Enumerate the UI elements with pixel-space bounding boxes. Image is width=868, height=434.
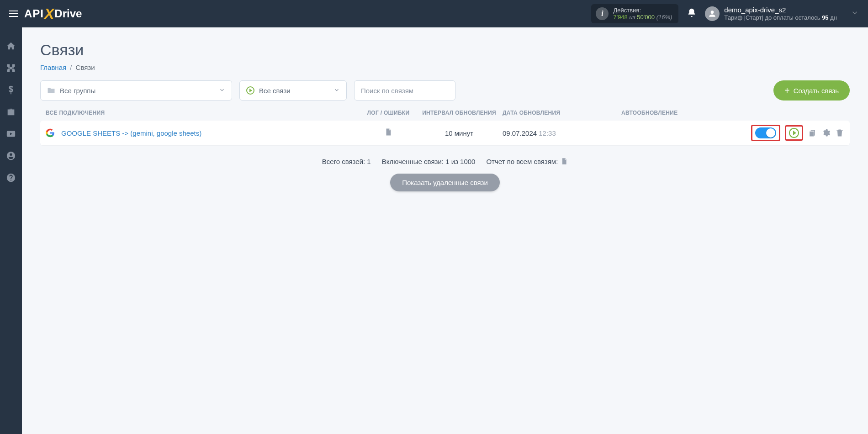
folder-icon bbox=[47, 87, 55, 94]
plus-icon: + bbox=[784, 85, 790, 96]
search-input[interactable] bbox=[361, 87, 449, 95]
user-name: demo_apix-drive_s2 bbox=[724, 5, 837, 15]
table-header: ВСЕ ПОДКЛЮЧЕНИЯ ЛОГ / ОШИБКИ ИНТЕРВАЛ ОБ… bbox=[40, 110, 850, 121]
create-connection-button[interactable]: + Создать связь bbox=[773, 80, 850, 101]
highlight-toggle bbox=[751, 125, 780, 141]
groups-select[interactable]: Все группы bbox=[40, 80, 232, 101]
page-title: Связи bbox=[40, 41, 850, 59]
create-button-label: Создать связь bbox=[794, 87, 839, 95]
log-document-icon[interactable] bbox=[384, 127, 392, 137]
avatar-icon bbox=[705, 6, 720, 21]
user-tariff: Тариф |Старт| до оплаты осталось 95 дн bbox=[724, 14, 837, 22]
chevron-down-icon[interactable] bbox=[851, 9, 859, 19]
top-header: API X Drive i Действия: 7'948 из 50'000 … bbox=[0, 0, 868, 27]
col-date-header: ДАТА ОБНОВЛЕНИЯ bbox=[503, 110, 594, 116]
logo-part-api: API bbox=[24, 7, 44, 20]
breadcrumb-separator: / bbox=[70, 64, 72, 71]
col-name-header: ВСЕ ПОДКЛЮЧЕНИЯ bbox=[46, 110, 361, 116]
report-document-icon bbox=[561, 157, 568, 165]
sidebar bbox=[0, 27, 22, 434]
breadcrumb-current: Связи bbox=[76, 64, 95, 71]
table-row: GOOGLE SHEETS -> (gemini, google sheets)… bbox=[40, 121, 850, 145]
summary-bar: Всего связей: 1 Включенные связи: 1 из 1… bbox=[40, 157, 850, 165]
copy-icon[interactable] bbox=[808, 128, 817, 138]
summary-total: Всего связей: 1 bbox=[322, 158, 371, 165]
connections-icon[interactable] bbox=[6, 63, 16, 73]
highlight-play bbox=[785, 125, 803, 141]
info-icon: i bbox=[596, 7, 609, 20]
col-interval-header: ИНТЕРВАЛ ОБНОВЛЕНИЯ bbox=[416, 110, 503, 116]
svg-rect-4 bbox=[13, 70, 15, 72]
video-icon[interactable] bbox=[6, 129, 16, 139]
google-icon bbox=[46, 128, 55, 138]
play-icon bbox=[246, 86, 254, 95]
home-icon[interactable] bbox=[6, 41, 16, 51]
show-deleted-button[interactable]: Показать удаленные связи bbox=[390, 174, 500, 191]
auto-update-toggle[interactable] bbox=[755, 127, 776, 138]
gear-icon[interactable] bbox=[821, 128, 831, 138]
actions-usage-badge[interactable]: i Действия: 7'948 из 50'000 (16%) bbox=[591, 4, 678, 23]
breadcrumb: Главная / Связи bbox=[40, 64, 850, 71]
logo[interactable]: API X Drive bbox=[24, 5, 82, 22]
actions-label: Действия: bbox=[613, 7, 672, 14]
connection-name-link[interactable]: GOOGLE SHEETS -> (gemini, google sheets) bbox=[61, 129, 201, 137]
billing-icon[interactable] bbox=[6, 85, 16, 95]
user-menu[interactable]: demo_apix-drive_s2 Тариф |Старт| до опла… bbox=[705, 5, 837, 22]
col-auto-header: АВТООБНОВЛЕНИЕ bbox=[594, 110, 844, 116]
connections-select[interactable]: Все связи bbox=[239, 80, 347, 101]
chevron-down-icon bbox=[333, 87, 340, 95]
logo-part-x: X bbox=[44, 5, 54, 22]
notifications-icon[interactable] bbox=[687, 8, 697, 20]
groups-select-label: Все группы bbox=[60, 87, 95, 95]
connections-select-label: Все связи bbox=[259, 87, 291, 95]
user-info: demo_apix-drive_s2 Тариф |Старт| до опла… bbox=[724, 5, 837, 22]
summary-enabled: Включенные связи: 1 из 1000 bbox=[382, 158, 476, 165]
svg-rect-1 bbox=[13, 64, 15, 67]
search-box[interactable] bbox=[354, 80, 455, 101]
actions-value: 7'948 из 50'000 (16%) bbox=[613, 14, 672, 21]
account-icon[interactable] bbox=[6, 151, 16, 161]
breadcrumb-home[interactable]: Главная bbox=[40, 64, 66, 71]
run-now-button[interactable] bbox=[789, 128, 799, 138]
filter-bar: Все группы Все связи + Создать связь bbox=[40, 80, 850, 101]
svg-rect-3 bbox=[7, 70, 10, 72]
svg-rect-0 bbox=[7, 64, 10, 67]
chevron-down-icon bbox=[219, 87, 225, 95]
briefcase-icon[interactable] bbox=[6, 107, 16, 117]
interval-value: 10 минут bbox=[416, 129, 503, 137]
summary-report[interactable]: Отчет по всем связям: bbox=[486, 157, 568, 165]
help-icon[interactable] bbox=[6, 173, 16, 183]
trash-icon[interactable] bbox=[835, 128, 844, 138]
date-value: 09.07.2024 12:33 bbox=[503, 129, 594, 137]
svg-rect-2 bbox=[10, 67, 12, 69]
menu-toggle-icon[interactable] bbox=[5, 7, 22, 21]
logo-part-drive: Drive bbox=[54, 7, 82, 20]
col-log-header: ЛОГ / ОШИБКИ bbox=[361, 110, 416, 116]
main-content: Связи Главная / Связи Все группы Все свя… bbox=[22, 27, 868, 434]
